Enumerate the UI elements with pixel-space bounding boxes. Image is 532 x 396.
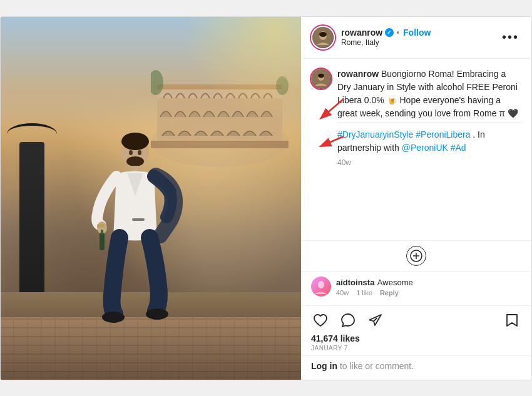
svg-point-25: [318, 73, 324, 78]
caption-author-avatar[interactable]: [311, 69, 331, 89]
add-comment-button[interactable]: [406, 246, 426, 266]
caption-text: rowanrow Buongiorno Roma! Embracing a Dr…: [337, 68, 521, 120]
svg-point-22: [319, 32, 327, 37]
caption-block: rowanrow Buongiorno Roma! Embracing a Dr…: [337, 68, 521, 167]
comments-section: aidtoinsta Awesome 40w 1 like Reply: [301, 271, 531, 305]
svg-point-9: [129, 150, 133, 155]
svg-point-6: [276, 76, 289, 95]
follow-button[interactable]: Follow: [403, 28, 431, 38]
caption-time-ago: 40w: [337, 158, 521, 167]
post-content-panel: rowanrow ✓ • Follow Rome, Italy •••: [301, 17, 531, 380]
svg-point-30: [318, 281, 324, 288]
login-prompt: Log in to like or comment.: [301, 355, 531, 380]
login-link[interactable]: Log in: [311, 361, 337, 371]
comment-button[interactable]: [339, 311, 357, 330]
hashtag-peronilibera[interactable]: #PeroniLibera: [416, 129, 470, 140]
likes-count: 41,674 likes: [301, 332, 531, 345]
comment-item: aidtoinsta Awesome 40w 1 like Reply: [311, 277, 521, 297]
svg-point-17: [146, 308, 168, 320]
svg-rect-18: [97, 224, 105, 228]
caption-divider: [337, 123, 521, 123]
comment-username[interactable]: aidtoinsta: [336, 278, 374, 287]
header-info: rowanrow ✓ • Follow Rome, Italy: [341, 28, 499, 47]
like-button[interactable]: [311, 311, 330, 330]
svg-point-10: [138, 150, 141, 155]
svg-rect-3: [157, 84, 282, 89]
comment-body: aidtoinsta Awesome 40w 1 like Reply: [336, 277, 521, 297]
save-button[interactable]: [503, 311, 521, 330]
actions-left: [311, 311, 385, 330]
comment-author-avatar[interactable]: [311, 277, 331, 297]
post-caption-area: rowanrow Buongiorno Roma! Embracing a Dr…: [301, 59, 531, 240]
comment-time: 40w: [336, 289, 349, 297]
verified-badge: ✓: [385, 28, 394, 37]
comment-text-content: Awesome: [377, 278, 413, 287]
svg-rect-15: [101, 230, 103, 235]
post-header: rowanrow ✓ • Follow Rome, Italy •••: [301, 17, 531, 59]
svg-point-8: [121, 133, 149, 150]
actions-bar: [301, 305, 531, 332]
add-comment-section: [301, 240, 531, 271]
reply-button[interactable]: Reply: [380, 289, 399, 297]
author-avatar[interactable]: [311, 26, 335, 49]
svg-rect-19: [132, 218, 145, 221]
caption-hashtag-text: #DryJanuaryinStyle #PeroniLibera . In pa…: [337, 128, 521, 155]
mention-peroniuk[interactable]: @PeroniUK: [402, 143, 448, 153]
svg-point-11: [126, 156, 144, 166]
hashtag-dryjanuaryinstyle[interactable]: #DryJanuaryinStyle: [337, 129, 413, 140]
svg-point-16: [102, 312, 125, 323]
more-options-button[interactable]: •••: [499, 30, 521, 44]
hashtag-ad[interactable]: #Ad: [451, 143, 466, 153]
author-username[interactable]: rowanrow: [341, 28, 382, 38]
post-image: [1, 17, 301, 380]
login-prompt-suffix: to like or comment.: [337, 361, 414, 371]
post-date: JANUARY 7: [301, 345, 531, 355]
post-location: Rome, Italy: [341, 38, 499, 47]
share-button[interactable]: [366, 311, 385, 330]
svg-rect-14: [100, 233, 105, 250]
caption-username[interactable]: rowanrow: [337, 69, 379, 79]
caption-user-row: rowanrow Buongiorno Roma! Embracing a Dr…: [311, 68, 521, 167]
dot-separator: •: [396, 28, 399, 38]
comment-meta: 40w 1 like Reply: [336, 289, 521, 297]
person-figure: [63, 114, 207, 345]
comment-likes: 1 like: [356, 289, 372, 297]
instagram-post: rowanrow ✓ • Follow Rome, Italy •••: [0, 16, 532, 380]
